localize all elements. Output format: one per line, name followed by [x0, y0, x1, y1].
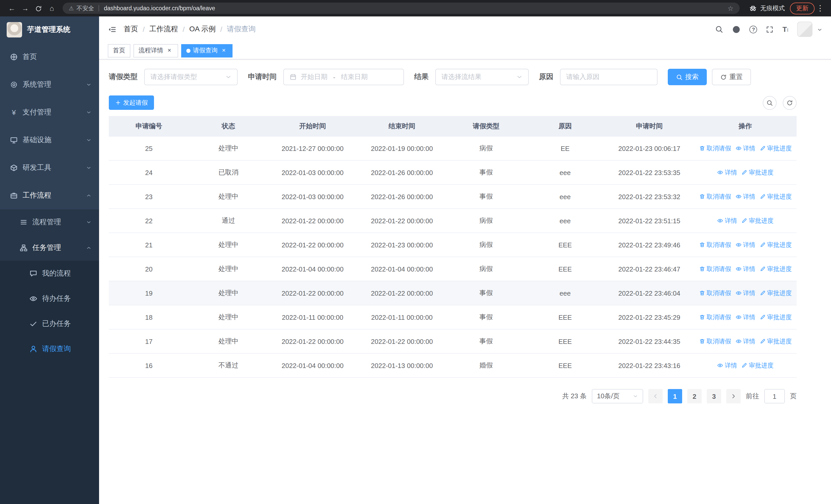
table-row[interactable]: 18处理中2022-01-11 00:00:002022-01-11 00:00…: [109, 305, 797, 329]
apply-time-range-picker[interactable]: 开始日期 - 结束日期: [283, 69, 404, 85]
user-avatar[interactable]: [797, 22, 812, 37]
sidebar-item-task-management[interactable]: 任务管理: [0, 235, 99, 261]
start-date-input[interactable]: 开始日期: [301, 72, 327, 82]
progress-link[interactable]: 审批进度: [741, 168, 774, 177]
sidebar-item-workflow[interactable]: 工作流程: [0, 182, 99, 209]
detail-link[interactable]: 详情: [735, 192, 755, 201]
sidebar-item-infrastructure[interactable]: 基础设施: [0, 126, 99, 154]
end-date-input[interactable]: 结束日期: [341, 72, 368, 82]
sidebar-item-my-process[interactable]: 我的流程: [0, 261, 99, 286]
page-button-1[interactable]: 1: [668, 389, 682, 404]
progress-link[interactable]: 审批进度: [760, 144, 792, 153]
progress-link[interactable]: 审批进度: [741, 216, 774, 225]
goto-page-input[interactable]: [764, 389, 785, 404]
progress-link[interactable]: 审批进度: [760, 192, 792, 201]
cancel-leave-link[interactable]: 取消请假: [699, 265, 731, 273]
detail-link[interactable]: 详情: [735, 240, 755, 249]
sidebar-item-system-management[interactable]: 系统管理: [0, 71, 99, 98]
detail-link[interactable]: 详情: [735, 144, 755, 153]
create-leave-button[interactable]: 发起请假: [109, 95, 154, 110]
table-row[interactable]: 19处理中2022-01-22 00:00:002022-01-22 00:00…: [109, 281, 797, 305]
security-warning-icon: ⚠: [69, 5, 74, 11]
avatar-caret-icon[interactable]: [817, 25, 822, 33]
detail-link[interactable]: 详情: [735, 289, 755, 297]
page-button-2[interactable]: 2: [687, 389, 701, 404]
sidebar-item-leave-query[interactable]: 请假查询: [0, 336, 99, 361]
toggle-search-button[interactable]: [763, 96, 777, 110]
tab-process-detail[interactable]: 流程详情 ×: [134, 44, 178, 57]
browser-back-icon[interactable]: ←: [5, 4, 19, 12]
breadcrumb-item-home[interactable]: 首页: [124, 25, 138, 34]
page-size-select[interactable]: 10条/页: [592, 389, 643, 404]
leave-type-select[interactable]: 请选择请假类型: [144, 69, 238, 85]
cancel-leave-link[interactable]: 取消请假: [699, 289, 731, 297]
search-button[interactable]: 搜索: [668, 69, 707, 85]
detail-link[interactable]: 详情: [717, 361, 737, 370]
close-icon[interactable]: ×: [220, 47, 227, 54]
cancel-leave-link[interactable]: 取消请假: [699, 144, 731, 153]
browser-home-icon[interactable]: ⌂: [45, 4, 58, 12]
search-icon: [766, 99, 773, 106]
bookmark-star-icon[interactable]: ☆: [727, 4, 734, 12]
fullscreen-icon[interactable]: [766, 25, 774, 33]
close-icon[interactable]: ×: [166, 47, 173, 54]
help-icon[interactable]: ?: [750, 25, 757, 33]
reason-input[interactable]: 请输入原因: [560, 69, 658, 85]
sidebar-item-process-management[interactable]: 流程管理: [0, 209, 99, 235]
progress-link[interactable]: 审批进度: [760, 313, 792, 322]
table-row[interactable]: 21处理中2022-01-22 00:00:002022-01-23 00:00…: [109, 233, 797, 257]
detail-link[interactable]: 详情: [717, 216, 737, 225]
browser-menu-icon[interactable]: ⋮: [814, 4, 826, 13]
table-row[interactable]: 16不通过2022-01-04 00:00:002022-01-13 00:00…: [109, 354, 797, 378]
cell-actions: 取消请假详情审批进度: [694, 265, 797, 273]
app-title: 芋道管理系统: [27, 25, 70, 34]
search-icon[interactable]: [715, 25, 723, 33]
progress-link[interactable]: 审批进度: [760, 337, 792, 346]
detail-link[interactable]: 详情: [735, 313, 755, 322]
cell-leave-type: 事假: [447, 168, 525, 177]
table-row[interactable]: 23处理中2022-01-03 00:00:002022-01-26 00:00…: [109, 185, 797, 209]
table-row[interactable]: 24已取消2022-01-03 00:00:002022-01-26 00:00…: [109, 161, 797, 185]
sidebar-item-home[interactable]: 首页: [0, 43, 99, 71]
progress-link[interactable]: 审批进度: [760, 289, 792, 297]
progress-link[interactable]: 审批进度: [741, 361, 774, 370]
sidebar-collapse-icon[interactable]: [108, 25, 116, 34]
incognito-icon: [749, 4, 757, 12]
address-bar[interactable]: ⚠ 不安全 dashboard.yudao.iocoder.cn/bpm/oa/…: [63, 3, 740, 14]
cancel-leave-link[interactable]: 取消请假: [699, 313, 731, 322]
browser-refresh-icon[interactable]: [32, 4, 45, 12]
progress-link[interactable]: 审批进度: [760, 265, 792, 273]
table-row[interactable]: 20处理中2022-01-04 00:00:002022-01-04 00:00…: [109, 257, 797, 281]
refresh-table-button[interactable]: [783, 96, 797, 110]
detail-link[interactable]: 详情: [717, 168, 737, 177]
tab-leave-query[interactable]: 请假查询 ×: [181, 44, 232, 57]
sidebar-item-done-tasks[interactable]: 已办任务: [0, 311, 99, 336]
tab-home[interactable]: 首页: [108, 44, 131, 57]
prev-page-button[interactable]: [648, 389, 663, 404]
sidebar-item-payment-management[interactable]: ¥ 支付管理: [0, 98, 99, 126]
update-button[interactable]: 更新: [790, 2, 814, 14]
page-button-3[interactable]: 3: [707, 389, 721, 404]
app-logo[interactable]: 芋道管理系统: [0, 17, 99, 43]
font-size-icon[interactable]: T↕: [782, 25, 789, 33]
cancel-leave-link[interactable]: 取消请假: [699, 240, 731, 249]
table-row[interactable]: 17处理中2022-01-22 00:00:002022-01-22 00:00…: [109, 329, 797, 354]
browser-forward-icon[interactable]: →: [19, 4, 32, 12]
detail-link-icon: [735, 145, 741, 151]
reset-button[interactable]: 重置: [712, 69, 751, 85]
next-page-button[interactable]: [726, 389, 741, 404]
detail-link[interactable]: 详情: [735, 265, 755, 273]
breadcrumb-item-workflow[interactable]: 工作流程: [149, 25, 178, 34]
sidebar-item-todo-tasks[interactable]: 待办任务: [0, 286, 99, 311]
breadcrumb-item-oa-example[interactable]: OA 示例: [190, 25, 216, 34]
omnibox-divider: [99, 5, 99, 11]
detail-link[interactable]: 详情: [735, 337, 755, 346]
github-icon[interactable]: [732, 25, 741, 34]
table-row[interactable]: 25处理中2021-12-27 00:00:002022-01-19 00:00…: [109, 137, 797, 161]
result-select[interactable]: 请选择流结果: [435, 69, 529, 85]
cancel-leave-link[interactable]: 取消请假: [699, 192, 731, 201]
table-row[interactable]: 22通过2022-01-22 00:00:002022-01-22 00:00:…: [109, 209, 797, 233]
progress-link[interactable]: 审批进度: [760, 240, 792, 249]
sidebar-item-devtools[interactable]: 研发工具: [0, 154, 99, 182]
cancel-leave-link[interactable]: 取消请假: [699, 337, 731, 346]
